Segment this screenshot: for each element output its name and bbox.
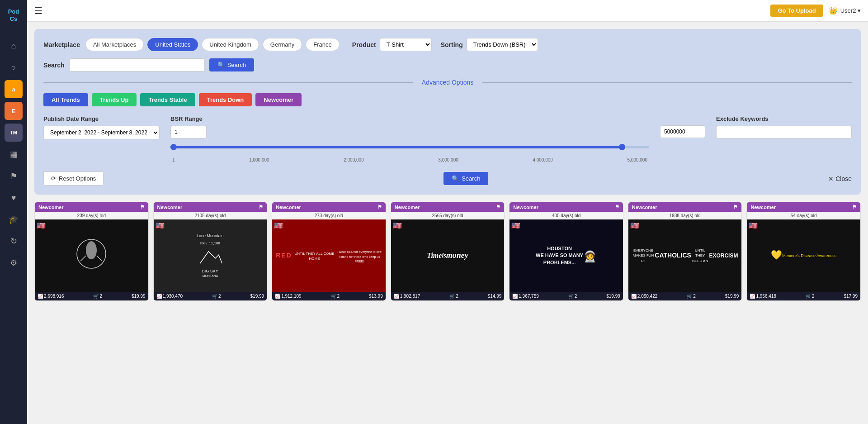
flag-icon-6: ⚑ bbox=[852, 204, 857, 210]
svg-point-1 bbox=[86, 241, 97, 259]
reset-icon: ⟳ bbox=[51, 175, 56, 182]
card-footer-2: 📈 1,912,109 🛒 2 $13.99 bbox=[272, 292, 386, 300]
card-footer-6: 📈 1,956,418 🛒 2 $17.99 bbox=[747, 292, 860, 300]
card-reviews-1: 🛒 2 bbox=[212, 294, 221, 299]
bsr-max-input[interactable] bbox=[660, 125, 705, 138]
cart-icon-1: 🛒 bbox=[212, 294, 217, 299]
marketplace-fr[interactable]: France bbox=[306, 38, 339, 51]
product-card-2[interactable]: Newcomer ⚑ 273 day(s) old 🇺🇸 RED UNTIL T… bbox=[272, 202, 386, 301]
sidebar-item-refresh[interactable]: ↻ bbox=[5, 232, 23, 250]
card-price-6: $17.99 bbox=[844, 294, 858, 299]
bsr-left-thumb[interactable] bbox=[170, 144, 177, 150]
search-button[interactable]: 🔍 Search bbox=[209, 58, 254, 71]
card-img-placeholder-5: EVERYONE MAKES FUN OF CATHOLICS UNTIL TH… bbox=[628, 219, 742, 292]
trend-all-button[interactable]: All Trends bbox=[43, 93, 88, 106]
product-card-4[interactable]: Newcomer ⚑ 400 day(s) old 🇺🇸 HOUSTONWE H… bbox=[509, 202, 623, 301]
sidebar-item-calendar[interactable]: ▦ bbox=[5, 145, 23, 163]
card-age-6: 54 day(s) old bbox=[747, 212, 860, 219]
sorting-select[interactable]: Trends Down (BSR) Trends Up (BSR) Newcom… bbox=[467, 38, 538, 51]
bsr-min-input[interactable] bbox=[170, 126, 207, 138]
sidebar-item-settings[interactable]: ⚙ bbox=[5, 254, 23, 272]
marketplace-all[interactable]: All Marketplaces bbox=[85, 38, 144, 51]
bsr-right-thumb[interactable] bbox=[619, 144, 625, 150]
product-card-1[interactable]: Newcomer ⚑ 2105 day(s) old 🇺🇸 Lone Mount… bbox=[153, 202, 268, 301]
bsr-inputs bbox=[170, 126, 649, 138]
hamburger-menu[interactable]: ☰ bbox=[34, 5, 42, 16]
card-img-placeholder-4: HOUSTONWE HAVE SO MANYPROBLEMS... 🧑‍🚀 bbox=[509, 219, 623, 292]
trend-stable-button[interactable]: Trends Stable bbox=[140, 93, 195, 106]
sidebar-item-briefcase[interactable]: ⚑ bbox=[5, 167, 23, 185]
card-age-4: 400 day(s) old bbox=[509, 212, 623, 219]
cart-icon-0: 🛒 bbox=[93, 294, 99, 299]
bsr-ticks: 1 1,000,000 2,000,000 3,000,000 4,000,00… bbox=[170, 157, 649, 162]
flag-icon-5: ⚑ bbox=[733, 204, 738, 210]
cart-icon-2: 🛒 bbox=[331, 294, 336, 299]
search-action-button[interactable]: 🔍 Search bbox=[443, 172, 488, 185]
sidebar-item-home[interactable]: ⌂ bbox=[5, 37, 23, 55]
user-menu[interactable]: 👑 User2 ▾ bbox=[829, 6, 861, 15]
product-card-5[interactable]: Newcomer ⚑ 1938 day(s) old 🇺🇸 EVERYONE M… bbox=[628, 202, 742, 301]
search-input[interactable] bbox=[69, 58, 205, 71]
search-panel: Marketplace All Marketplaces United Stat… bbox=[34, 29, 861, 195]
flag-icon-2: ⚑ bbox=[377, 204, 382, 210]
card-bsr-0: 📈 2,698,916 bbox=[38, 294, 64, 299]
sidebar-item-heart[interactable]: ♥ bbox=[5, 189, 23, 207]
reset-options-button[interactable]: ⟳ Reset Options bbox=[43, 172, 104, 186]
sidebar-item-globe[interactable]: ○ bbox=[5, 58, 23, 76]
user-label: User2 ▾ bbox=[840, 7, 861, 14]
card-img-placeholder-2: RED UNTIL THEY ALL COME HOME I wear RED … bbox=[272, 219, 386, 292]
card-reviews-5: 🛒 2 bbox=[687, 294, 696, 299]
action-row: ⟳ Reset Options 🔍 Search ✕ Close bbox=[43, 172, 852, 186]
card-bsr-6: 📈 1,956,418 bbox=[750, 294, 776, 299]
sidebar-item-etsy[interactable]: E bbox=[5, 102, 23, 120]
card-price-2: $13.99 bbox=[369, 294, 383, 299]
card-price-5: $19.99 bbox=[725, 294, 739, 299]
card-image-5: 🇺🇸 EVERYONE MAKES FUN OF CATHOLICS UNTIL… bbox=[628, 219, 742, 292]
bsr-tick-5: 5,000,000 bbox=[627, 157, 647, 162]
card-price-4: $19.99 bbox=[606, 294, 620, 299]
card-age-0: 239 day(s) old bbox=[35, 212, 148, 219]
goto-upload-button[interactable]: Go To Upload bbox=[770, 5, 823, 17]
card-badge-6: Newcomer ⚑ bbox=[747, 202, 860, 212]
product-card-3[interactable]: Newcomer ⚑ 2565 day(s) old 🇺🇸 Time is mo… bbox=[391, 202, 505, 301]
close-button[interactable]: ✕ Close bbox=[828, 175, 852, 182]
bsr-icon-2: 📈 bbox=[275, 294, 280, 299]
adv-line-left bbox=[43, 82, 413, 83]
trend-up-button[interactable]: Trends Up bbox=[92, 93, 137, 106]
marketplace-us[interactable]: United States bbox=[147, 38, 198, 51]
sorting-label: Sorting bbox=[441, 41, 463, 48]
product-select[interactable]: T-Shirt Hoodie Long Sleeve Tank Top bbox=[380, 38, 432, 51]
card-img-placeholder-3: Time is money bbox=[391, 219, 505, 292]
product-label: Product bbox=[352, 41, 376, 48]
card-price-3: $14.99 bbox=[488, 294, 502, 299]
card-flag-3: 🇺🇸 bbox=[393, 221, 402, 230]
publish-date-label: Publish Date Range bbox=[43, 115, 160, 122]
publish-date-select[interactable]: September 2, 2022 - September 8, 2022 bbox=[43, 126, 160, 139]
sidebar-item-tm[interactable]: TM bbox=[5, 124, 23, 142]
marketplace-de[interactable]: Germany bbox=[263, 38, 302, 51]
sidebar-item-amazon[interactable]: a bbox=[5, 80, 23, 98]
exclude-keywords-label: Exclude Keywords bbox=[716, 115, 852, 122]
cart-icon-3: 🛒 bbox=[449, 294, 455, 299]
content-area: Marketplace All Marketplaces United Stat… bbox=[27, 22, 868, 424]
trend-down-button[interactable]: Trends Down bbox=[199, 93, 252, 106]
product-card-6[interactable]: Newcomer ⚑ 54 day(s) old 🇺🇸 💛 Meniere's … bbox=[746, 202, 861, 301]
trend-newcomer-button[interactable]: Newcomer bbox=[255, 93, 302, 106]
card-footer-1: 📈 1,930,470 🛒 2 $19.99 bbox=[154, 292, 267, 300]
bsr-label: BSR Range bbox=[170, 115, 649, 122]
search-label: Search bbox=[43, 62, 65, 69]
exclude-keywords-input[interactable] bbox=[716, 126, 852, 138]
sidebar-item-graduation[interactable]: 🎓 bbox=[5, 210, 23, 229]
product-card-0[interactable]: Newcomer ⚑ 239 day(s) old 🇺🇸 bbox=[34, 202, 149, 301]
product-grid: Newcomer ⚑ 239 day(s) old 🇺🇸 bbox=[34, 202, 861, 301]
card-reviews-0: 🛒 2 bbox=[93, 294, 102, 299]
header-right: Go To Upload 👑 User2 ▾ bbox=[770, 5, 861, 17]
advanced-options-toggle[interactable]: Advanced Options bbox=[413, 79, 482, 86]
card-image-6: 🇺🇸 💛 Meniere's Disease Awareness bbox=[747, 219, 860, 292]
bsr-icon-1: 📈 bbox=[156, 294, 162, 299]
card-bsr-2: 📈 1,912,109 bbox=[275, 294, 302, 299]
card-badge-4: Newcomer ⚑ bbox=[509, 202, 623, 212]
bsr-tick-0: 1 bbox=[172, 157, 175, 162]
card-badge-2: Newcomer ⚑ bbox=[272, 202, 386, 212]
marketplace-uk[interactable]: United Kingdom bbox=[202, 38, 259, 51]
